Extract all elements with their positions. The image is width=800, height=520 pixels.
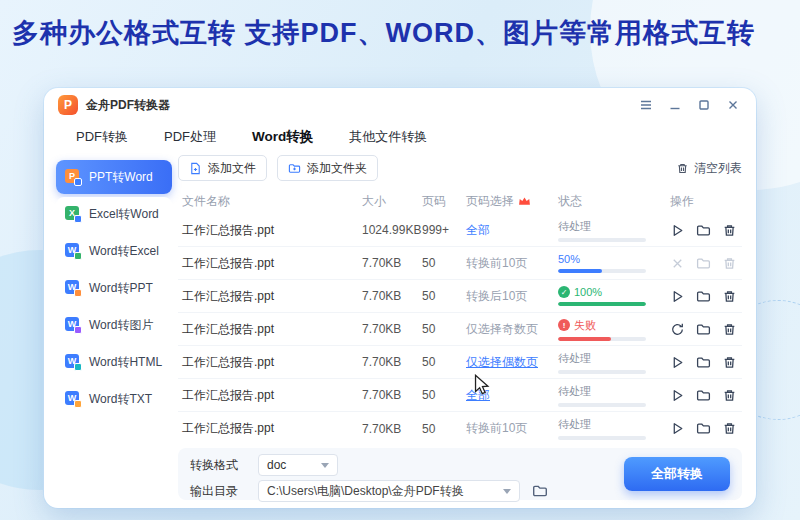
sidebar: P PPT转Word X Excel转Word W Word转Excel W W… (56, 160, 172, 419)
row-operations (670, 388, 742, 403)
file-pages: 50 (422, 355, 466, 369)
sidebar-item-word-to-image[interactable]: W Word转图片 (56, 308, 172, 342)
page-selection-link[interactable]: 仅选择奇数页 (466, 321, 558, 338)
minimize-icon[interactable] (668, 98, 682, 112)
delete-file-icon[interactable] (722, 322, 737, 337)
row-operations (670, 256, 742, 271)
tab-pdf-process[interactable]: PDF处理 (164, 128, 216, 146)
status-cell: 待处理 (558, 417, 670, 440)
menu-icon[interactable] (639, 98, 653, 112)
page-selection-link[interactable]: 全部 (466, 387, 558, 404)
sidebar-item-word-to-ppt[interactable]: W Word转PPT (56, 271, 172, 305)
file-size: 1024.99KB (362, 223, 422, 237)
delete-file-icon[interactable] (722, 355, 737, 370)
page-selection-link[interactable]: 转换后10页 (466, 288, 558, 305)
open-folder-icon[interactable] (696, 289, 711, 304)
file-name: 工作汇总报告.ppt (178, 387, 362, 404)
titlebar: P 金舟PDF转换器 (44, 88, 756, 122)
ppt-file-icon: P (65, 169, 82, 186)
maximize-icon[interactable] (697, 98, 711, 112)
open-folder-icon[interactable] (696, 421, 711, 436)
sidebar-item-label: Word转Excel (89, 243, 159, 260)
word-file-icon: W (65, 391, 82, 408)
open-folder-icon[interactable] (696, 223, 711, 238)
table-row: 工作汇总报告.ppt 7.70KB 50 仅选择偶数页 待处理 (178, 346, 742, 379)
open-folder-icon[interactable] (696, 256, 711, 271)
word-file-icon: W (65, 317, 82, 334)
success-check-icon: ✓ (558, 286, 570, 298)
table-row: 工作汇总报告.ppt 7.70KB 50 全部 待处理 (178, 379, 742, 412)
tab-pdf-convert[interactable]: PDF转换 (76, 128, 128, 146)
format-select[interactable]: doc (258, 454, 338, 476)
file-size: 7.70KB (362, 289, 422, 303)
row-operations (670, 289, 742, 304)
sidebar-item-label: Word转图片 (89, 317, 153, 334)
add-folder-button[interactable]: 添加文件夹 (277, 155, 378, 181)
cancel-convert-icon[interactable] (670, 256, 685, 271)
row-operations (670, 421, 742, 436)
file-pages: 50 (422, 322, 466, 336)
delete-file-icon[interactable] (722, 256, 737, 271)
add-folder-icon (288, 162, 301, 175)
sidebar-item-word-to-html[interactable]: W Word转HTML (56, 345, 172, 379)
sidebar-item-ppt-to-word[interactable]: P PPT转Word (56, 160, 172, 194)
file-toolbar: 添加文件 添加文件夹 清空列表 (178, 154, 742, 182)
page-selection-link[interactable]: 全部 (466, 222, 558, 239)
file-pages: 50 (422, 289, 466, 303)
col-pages: 页码 (422, 193, 466, 210)
page-title: 多种办公格式互转 支持PDF、WORD、图片等常用格式互转 (12, 15, 755, 51)
add-file-button[interactable]: 添加文件 (178, 155, 267, 181)
sidebar-item-label: Word转TXT (89, 391, 152, 408)
tab-other-files[interactable]: 其他文件转换 (349, 128, 427, 146)
output-dir-select[interactable]: C:\Users\电脑\Desktop\金舟PDF转换 (258, 480, 520, 502)
status-cell: !失败 (558, 318, 670, 341)
start-convert-icon[interactable] (670, 421, 685, 436)
tab-word-convert[interactable]: Word转换 (252, 128, 313, 146)
file-size: 7.70KB (362, 388, 422, 402)
status-cell: 待处理 (558, 384, 670, 407)
page-selection-link[interactable]: 仅选择偶数页 (466, 354, 558, 371)
open-folder-icon[interactable] (696, 322, 711, 337)
close-icon[interactable] (726, 98, 740, 112)
page-selection-link[interactable]: 转换前10页 (466, 255, 558, 272)
word-file-icon: W (65, 243, 82, 260)
delete-file-icon[interactable] (722, 421, 737, 436)
status-cell: 待处理 (558, 351, 670, 374)
file-name: 工作汇总报告.ppt (178, 354, 362, 371)
sidebar-item-word-to-excel[interactable]: W Word转Excel (56, 234, 172, 268)
sidebar-item-excel-to-word[interactable]: X Excel转Word (56, 197, 172, 231)
chevron-down-icon (321, 463, 329, 468)
delete-file-icon[interactable] (722, 223, 737, 238)
delete-file-icon[interactable] (722, 289, 737, 304)
open-folder-icon[interactable] (696, 355, 711, 370)
browse-folder-icon[interactable] (532, 483, 548, 499)
col-size: 大小 (362, 193, 422, 210)
output-dir-label: 输出目录 (190, 483, 246, 500)
status-cell: 待处理 (558, 219, 670, 242)
chevron-down-icon (503, 489, 511, 494)
sidebar-item-label: PPT转Word (89, 169, 153, 186)
window-controls (639, 98, 740, 112)
file-size: 7.70KB (362, 256, 422, 270)
retry-convert-icon[interactable] (670, 322, 685, 337)
row-operations (670, 322, 742, 337)
clear-list-button[interactable]: 清空列表 (676, 160, 742, 177)
file-name: 工作汇总报告.ppt (178, 288, 362, 305)
app-window: P 金舟PDF转换器 PDF转换 PDF处理 Word转换 其他文件转换 P P… (44, 88, 756, 508)
open-folder-icon[interactable] (696, 388, 711, 403)
start-convert-icon[interactable] (670, 223, 685, 238)
convert-all-button[interactable]: 全部转换 (624, 457, 730, 491)
file-pages: 50 (422, 388, 466, 402)
table-row: 工作汇总报告.ppt 7.70KB 50 转换前10页 待处理 (178, 412, 742, 445)
start-convert-icon[interactable] (670, 355, 685, 370)
status-cell: ✓100% (558, 286, 670, 306)
start-convert-icon[interactable] (670, 388, 685, 403)
start-convert-icon[interactable] (670, 289, 685, 304)
delete-file-icon[interactable] (722, 388, 737, 403)
sidebar-item-word-to-txt[interactable]: W Word转TXT (56, 382, 172, 416)
add-file-icon (189, 162, 202, 175)
progress-bar (558, 337, 611, 341)
file-pages: 50 (422, 256, 466, 270)
sidebar-item-label: Excel转Word (89, 206, 159, 223)
page-selection-link[interactable]: 转换前10页 (466, 420, 558, 437)
